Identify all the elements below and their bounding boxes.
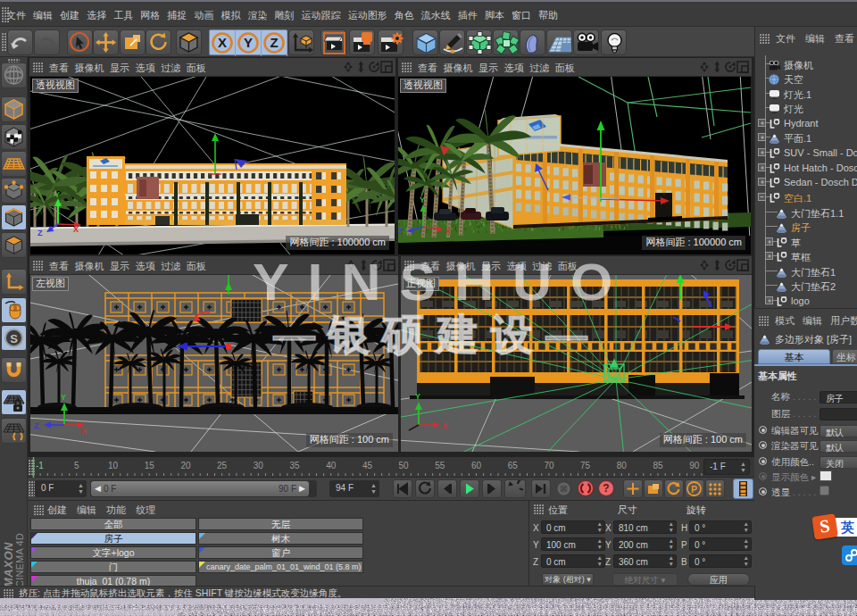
svg-text:X: X bbox=[445, 227, 451, 236]
svg-text:Z: Z bbox=[398, 227, 404, 236]
svg-text:X: X bbox=[81, 427, 87, 436]
svg-text:90: 90 bbox=[689, 461, 700, 470]
svg-text:X: X bbox=[73, 225, 79, 234]
svg-text:Y: Y bbox=[61, 393, 66, 402]
svg-text:Y: Y bbox=[244, 35, 253, 50]
svg-text:Z: Z bbox=[34, 421, 39, 430]
svg-text:-1: -1 bbox=[36, 461, 44, 470]
svg-text:85: 85 bbox=[653, 461, 663, 470]
svg-text:15: 15 bbox=[145, 461, 155, 470]
svg-text:S: S bbox=[10, 332, 18, 345]
svg-text:X: X bbox=[442, 421, 447, 430]
svg-text:Y: Y bbox=[415, 392, 420, 401]
svg-text:75: 75 bbox=[580, 461, 591, 470]
svg-text:65: 65 bbox=[508, 461, 519, 470]
svg-text:Y: Y bbox=[420, 196, 425, 204]
svg-text:60: 60 bbox=[471, 461, 482, 470]
svg-text:5: 5 bbox=[74, 461, 79, 470]
svg-text:70: 70 bbox=[544, 461, 554, 470]
svg-text:Z: Z bbox=[270, 35, 278, 50]
svg-text:20: 20 bbox=[180, 461, 191, 470]
svg-text:40: 40 bbox=[326, 461, 337, 470]
svg-text:55: 55 bbox=[435, 461, 445, 470]
svg-text:P: P bbox=[691, 485, 697, 495]
svg-text:80: 80 bbox=[617, 461, 628, 470]
svg-text:10: 10 bbox=[108, 461, 119, 470]
svg-text:Z: Z bbox=[37, 229, 43, 237]
svg-text:50: 50 bbox=[399, 461, 410, 470]
svg-text:45: 45 bbox=[362, 461, 373, 470]
svg-text:25: 25 bbox=[217, 461, 228, 470]
svg-text:X: X bbox=[218, 35, 227, 50]
svg-text:35: 35 bbox=[289, 461, 300, 470]
svg-text:30: 30 bbox=[254, 461, 264, 470]
svg-text:Y: Y bbox=[54, 190, 60, 199]
